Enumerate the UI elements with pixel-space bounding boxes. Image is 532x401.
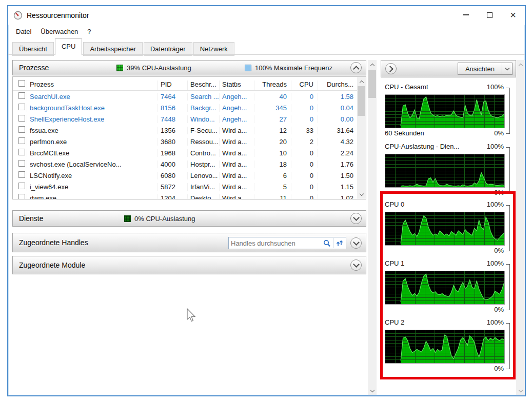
menu-item-help[interactable]: ? [83, 27, 95, 36]
resource-monitor-app-icon [13, 11, 23, 20]
row-checkbox[interactable] [18, 92, 25, 99]
menu-item-ueberwachen[interactable]: Überwachen [36, 27, 83, 36]
table-row[interactable]: perfmon.exe3680Ressou...Wird a...2024.32 [13, 136, 366, 147]
search-button[interactable] [321, 237, 333, 249]
row-checkbox-cell[interactable] [13, 126, 27, 134]
row-checkbox[interactable] [18, 149, 25, 155]
row-checkbox-cell[interactable] [13, 137, 27, 146]
row-checkbox-cell[interactable] [13, 183, 27, 191]
select-all-checkbox[interactable] [18, 80, 25, 87]
table-row[interactable]: LSCNotify.exe6080Lenovo...Wird a...601.5… [13, 170, 366, 181]
handles-section-header[interactable]: Zugeordnete Handles [12, 233, 366, 252]
scroll-down-button[interactable] [368, 387, 377, 395]
column-header-durchs[interactable]: Durchs... [318, 81, 358, 90]
row-checkbox[interactable] [18, 194, 25, 199]
column-header-prozess[interactable]: Prozess [27, 81, 158, 90]
chart-min-label: 0% [494, 247, 504, 254]
select-all-cell[interactable] [13, 80, 27, 90]
column-header-pid[interactable]: PID [158, 81, 188, 90]
views-button-label: Ansichten [458, 63, 502, 74]
cell: 33 [291, 127, 318, 134]
table-row[interactable]: ShellExperienceHost.exe7448Windo...Angeh… [13, 113, 366, 125]
services-section-header[interactable]: Dienste 0% CPU-Auslastung [12, 210, 366, 227]
handles-section-title: Zugeordnete Handles [19, 238, 88, 247]
column-header-status[interactable]: Status [220, 81, 254, 90]
table-row[interactable]: dwm.exe1204Deskto...Wird a...1101.02 [13, 192, 366, 199]
scroll-down-button[interactable] [516, 387, 525, 395]
column-header-beschr[interactable]: Beschr... [188, 81, 220, 90]
right-panel-scrollbar[interactable] [516, 60, 525, 395]
row-checkbox[interactable] [18, 115, 25, 122]
chart-max-label: 100% [487, 83, 504, 91]
expand-services-button[interactable] [350, 213, 362, 224]
tab-arbeitsspeicher[interactable]: Arbeitsspeicher [83, 42, 143, 56]
maximize-button[interactable] [478, 6, 501, 24]
expand-modules-button[interactable] [350, 259, 362, 271]
cell: 12 [254, 127, 291, 134]
table-row[interactable]: backgroundTaskHost.exe8156Backgr...Angeh… [13, 102, 366, 113]
modules-section-header[interactable]: Zugeordnete Module [12, 256, 366, 274]
table-row[interactable]: fssua.exe1356F-Secu...Wird a...123331.64 [13, 125, 366, 136]
refresh-search-button[interactable] [333, 237, 346, 249]
maximize-icon [487, 12, 492, 18]
column-header-threads[interactable]: Threads [254, 81, 291, 90]
scrollbar-thumb[interactable] [368, 70, 376, 98]
cpu-usage-chart [385, 212, 505, 246]
tab-strip: ÜbersichtCPUArbeitsspeicherDatenträgerNe… [8, 38, 525, 55]
process-table-scrollbar[interactable] [357, 77, 366, 199]
close-button[interactable]: × [501, 6, 525, 24]
scroll-up-button[interactable] [516, 60, 525, 69]
row-checkbox[interactable] [18, 126, 25, 133]
cell: 2 [291, 138, 318, 146]
row-checkbox[interactable] [18, 171, 25, 178]
process-table-body[interactable]: SearchUI.exe7464Search ...Angeh...4001.5… [13, 91, 366, 199]
column-header-cpu[interactable]: CPU [291, 81, 318, 90]
menu-item-datei[interactable]: Datei [11, 27, 36, 36]
chevron-right-icon [387, 66, 393, 72]
cell: Lenovo... [188, 172, 220, 179]
row-checkbox[interactable] [18, 104, 25, 110]
row-checkbox-cell[interactable] [13, 171, 27, 179]
chart-block-cpu-2: CPU 2100%0% [381, 318, 516, 375]
table-row[interactable]: svchost.exe (LocalServiceNo...4000Hostpr… [13, 158, 366, 170]
cpu-usage-chart [385, 154, 505, 188]
cell: Wird a... [220, 149, 254, 157]
expand-handles-button[interactable] [350, 237, 362, 249]
tab-netzwerk[interactable]: Netzwerk [193, 42, 234, 56]
table-row[interactable]: i_view64.exe5872IrfanVi...Wird a...501.1… [13, 181, 366, 192]
processes-section-header[interactable]: Prozesse 39% CPU-Auslastung 100% Maximal… [12, 60, 366, 75]
scroll-up-button[interactable] [368, 60, 377, 69]
minimize-button[interactable] [454, 6, 478, 24]
table-row[interactable]: BrccMCtl.exe1968Contro...Wird a...1002.2… [13, 147, 366, 158]
chevron-down-icon [370, 388, 374, 392]
tab-datentraeger[interactable]: Datenträger [144, 42, 192, 56]
cell: 2.24 [318, 149, 358, 157]
left-panel-scrollbar[interactable] [368, 60, 377, 395]
handles-search-input[interactable] [229, 239, 321, 247]
table-row[interactable]: SearchUI.exe7464Search ...Angeh...4001.5… [13, 91, 366, 102]
row-checkbox-cell[interactable] [13, 104, 27, 112]
row-checkbox[interactable] [18, 183, 25, 189]
scroll-up-button[interactable] [357, 77, 366, 86]
process-table-header-row[interactable]: ProzessPIDBeschr...StatusThreadsCPUDurch… [13, 77, 366, 91]
cell: 4000 [158, 161, 188, 168]
row-checkbox-cell[interactable] [13, 160, 27, 168]
title-bar[interactable]: Ressourcenmonitor × [8, 6, 525, 25]
tab-cpu[interactable]: CPU [55, 38, 82, 55]
scrollbar-thumb[interactable] [358, 86, 365, 116]
row-checkbox-cell[interactable] [13, 92, 27, 101]
chart-title: CPU 1 [385, 259, 404, 267]
row-checkbox-cell[interactable] [13, 115, 27, 123]
cell: 0 [291, 161, 318, 168]
collapse-charts-panel-button[interactable] [385, 63, 397, 74]
row-checkbox[interactable] [18, 137, 25, 144]
row-checkbox[interactable] [18, 160, 25, 167]
views-dropdown-button[interactable]: Ansichten [458, 63, 513, 75]
collapse-processes-button[interactable] [350, 62, 362, 73]
row-checkbox-cell[interactable] [13, 149, 27, 157]
cell: SearchUI.exe [27, 93, 158, 101]
tab-uebersicht[interactable]: Übersicht [12, 42, 54, 56]
views-dropdown-arrow[interactable] [502, 63, 512, 74]
scroll-down-button[interactable] [357, 190, 366, 199]
row-checkbox-cell[interactable] [13, 194, 27, 199]
